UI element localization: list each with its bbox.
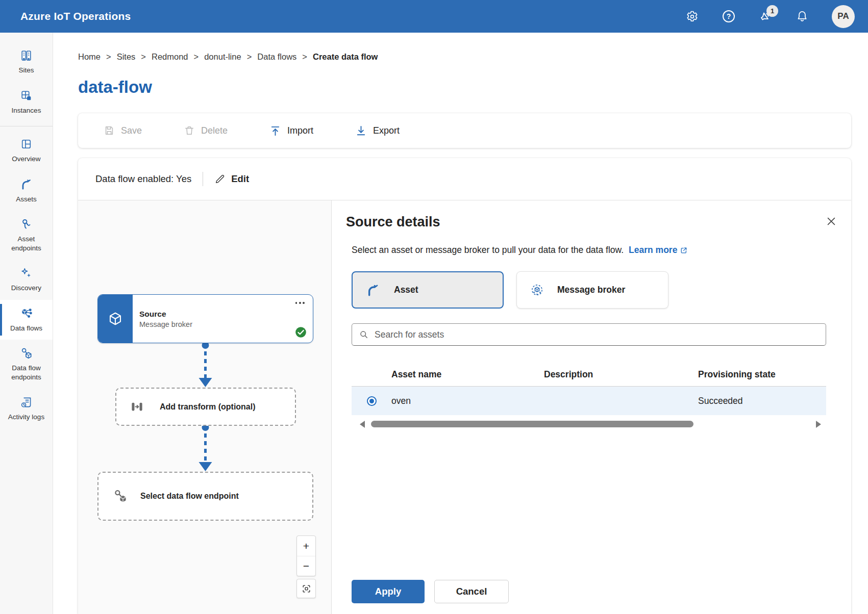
breadcrumb-separator: > (194, 52, 199, 62)
asset-search[interactable] (352, 323, 826, 346)
sidebar-item-label: Assets (16, 195, 37, 204)
edit-label: Edit (231, 173, 249, 185)
panel-description-text: Select an asset or message broker to pul… (352, 245, 624, 255)
select-endpoint-node[interactable]: Select data flow endpoint (97, 472, 313, 521)
close-icon (826, 216, 837, 227)
sidebar-item-label: Sites (18, 66, 34, 75)
sidebar-item-label: Data flows (10, 324, 42, 333)
more-options-icon[interactable] (295, 302, 305, 304)
data-flow-editor: Data flow enabled: Yes Edit (78, 158, 851, 614)
breadcrumb-item-donut-line[interactable]: donut-line (204, 52, 241, 62)
sidebar-item-data-flows[interactable]: Data flows (0, 300, 53, 340)
learn-more-link[interactable]: Learn more (629, 245, 688, 255)
flow-status-bar: Data flow enabled: Yes Edit (78, 158, 851, 200)
sidebar-item-data-flow-endpoints[interactable]: Data flow endpoints (0, 340, 53, 389)
avatar[interactable]: PA (832, 5, 855, 28)
sidebar-item-discovery[interactable]: Discovery (0, 260, 53, 300)
asset-button-label: Asset (394, 285, 418, 295)
column-description: Description (544, 369, 698, 380)
horizontal-scrollbar[interactable] (352, 420, 826, 428)
source-details-panel: Source details Select an asset or messag… (332, 200, 851, 614)
canvas-zoom-controls: + − (296, 535, 316, 598)
sidebar-item-activity-logs[interactable]: Activity logs (0, 389, 53, 429)
source-node[interactable]: Source Message broker (97, 294, 313, 343)
flow-enabled-status: Data flow enabled: Yes (95, 173, 191, 185)
breadcrumb-separator: > (247, 52, 252, 62)
add-transform-node[interactable]: Add transform (optional) (115, 388, 296, 426)
save-icon (104, 125, 115, 136)
overview-icon (20, 137, 33, 151)
delete-button[interactable]: Delete (184, 125, 228, 136)
settings-gear-icon[interactable] (685, 9, 699, 23)
fit-view-icon (302, 584, 311, 594)
row-radio-selected[interactable] (367, 396, 377, 406)
cancel-button[interactable]: Cancel (434, 580, 509, 603)
help-icon[interactable]: ? (722, 9, 736, 23)
trash-icon (184, 125, 195, 136)
assets-icon (20, 177, 33, 191)
breadcrumb-item-home[interactable]: Home (78, 52, 101, 62)
breadcrumb-current: Create data flow (313, 52, 378, 62)
main-content: Home > Sites > Redmond > donut-line > Da… (53, 33, 868, 614)
breadcrumb: Home > Sites > Redmond > donut-line > Da… (78, 51, 851, 62)
search-input[interactable] (375, 329, 819, 340)
breadcrumb-item-redmond[interactable]: Redmond (152, 52, 188, 62)
sidebar-item-label: Activity logs (8, 413, 44, 422)
source-type-asset-button[interactable]: Asset (352, 271, 504, 309)
breadcrumb-item-sites[interactable]: Sites (117, 52, 136, 62)
edit-button[interactable]: Edit (214, 173, 249, 185)
sidebar-divider (0, 126, 53, 126)
cube-icon (108, 311, 123, 326)
sidebar-item-overview[interactable]: Overview (0, 131, 53, 171)
message-broker-button-label: Message broker (557, 285, 625, 295)
import-icon (269, 125, 281, 137)
top-app-bar: Azure IoT Operations ? 1 PA (0, 0, 868, 33)
breadcrumb-item-data-flows[interactable]: Data flows (257, 52, 296, 62)
cell-asset-name: oven (391, 396, 544, 406)
notifications-bell-icon[interactable] (795, 9, 809, 23)
endpoint-icon (113, 489, 128, 504)
sidebar-item-sites[interactable]: Sites (0, 42, 53, 82)
external-link-icon (680, 246, 688, 254)
fit-view-button[interactable] (296, 579, 316, 598)
apply-button[interactable]: Apply (352, 580, 425, 603)
sidebar-item-label: Discovery (11, 284, 41, 293)
source-node-accent (98, 295, 133, 343)
scrollbar-thumb[interactable] (371, 421, 693, 427)
panel-actions: Apply Cancel (352, 580, 851, 603)
endpoint-node-label: Select data flow endpoint (140, 492, 239, 501)
sidebar-item-instances[interactable]: Instances (0, 82, 53, 122)
asset-faucet-icon (366, 283, 381, 297)
search-icon (359, 329, 369, 340)
sidebar-item-asset-endpoints[interactable]: Asset endpoints (0, 211, 53, 260)
save-label: Save (121, 125, 142, 136)
asset-endpoints-icon (20, 217, 33, 231)
import-button[interactable]: Import (269, 125, 313, 137)
breadcrumb-separator: > (106, 52, 111, 62)
import-label: Import (287, 125, 313, 136)
export-button[interactable]: Export (355, 125, 400, 137)
close-panel-button[interactable] (824, 214, 839, 229)
flow-canvas[interactable]: Source Message broker Add transform (opt… (78, 200, 332, 614)
zoom-out-button[interactable]: − (297, 556, 315, 576)
breadcrumb-separator: > (302, 52, 307, 62)
scroll-left-arrow-icon[interactable] (360, 421, 365, 428)
success-check-icon (295, 326, 307, 338)
zoom-in-button[interactable]: + (297, 536, 315, 556)
sidebar-item-assets[interactable]: Assets (0, 171, 53, 211)
notification-badge: 1 (766, 5, 778, 17)
breadcrumb-separator: > (141, 52, 146, 62)
source-type-toggle: Asset Message broker (352, 271, 851, 309)
app-title: Azure IoT Operations (20, 10, 131, 22)
panel-title: Source details (346, 213, 851, 231)
save-button[interactable]: Save (104, 125, 142, 136)
sidebar-item-label: Overview (12, 155, 40, 164)
source-type-message-broker-button[interactable]: Message broker (516, 271, 668, 309)
transform-node-label: Add transform (optional) (160, 402, 256, 412)
cell-provisioning-state: Succeeded (698, 396, 826, 406)
announcements-megaphone-icon[interactable]: 1 (758, 9, 773, 23)
table-row[interactable]: oven Succeeded (352, 387, 826, 415)
scroll-right-arrow-icon[interactable] (816, 421, 821, 428)
instances-icon (20, 89, 33, 103)
scrollbar-track[interactable] (368, 421, 813, 427)
